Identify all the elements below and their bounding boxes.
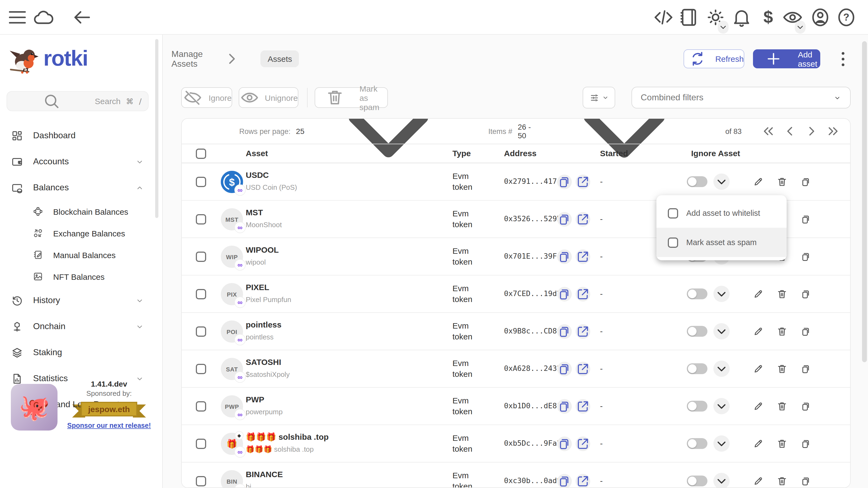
sidebar-item-manual-balances[interactable]: Manual Balances: [0, 244, 163, 266]
row-chevron-button[interactable]: [713, 323, 730, 339]
copy-address-button[interactable]: [557, 174, 572, 189]
account-icon[interactable]: [809, 6, 831, 28]
sidebar-item-onchain[interactable]: Onchain: [0, 314, 163, 339]
select-all-checkbox[interactable]: [196, 149, 206, 159]
row-checkbox[interactable]: [196, 214, 206, 225]
privacy-eye-icon[interactable]: [782, 6, 803, 28]
copy-asset-button[interactable]: [800, 214, 812, 225]
open-explorer-button[interactable]: [576, 324, 590, 339]
copy-address-button[interactable]: [557, 287, 572, 301]
mark-as-spam-option[interactable]: Mark asset as spam: [656, 228, 786, 257]
ignore-toggle[interactable]: [687, 401, 707, 412]
whitelist-checkbox[interactable]: [668, 208, 678, 218]
row-checkbox[interactable]: [196, 364, 206, 374]
breadcrumb-manage-assets[interactable]: Manage Assets: [172, 49, 203, 69]
journal-icon[interactable]: [678, 6, 700, 28]
theme-sun-icon[interactable]: [705, 6, 726, 28]
copy-address-button[interactable]: [557, 436, 572, 451]
copy-address-button[interactable]: [557, 212, 572, 227]
refresh-button[interactable]: Refresh: [684, 50, 744, 68]
next-page-button[interactable]: [803, 123, 820, 139]
row-checkbox[interactable]: [196, 401, 206, 412]
open-explorer-button[interactable]: [576, 287, 590, 301]
add-to-whitelist-option[interactable]: Add asset to whitelist: [656, 198, 786, 228]
ignore-toggle[interactable]: [687, 289, 707, 299]
row-checkbox[interactable]: [196, 326, 206, 337]
main-scrollbar[interactable]: [862, 41, 867, 362]
sidebar-item-staking[interactable]: Staking: [0, 339, 163, 365]
copy-address-button[interactable]: [557, 474, 572, 488]
spam-checkbox[interactable]: [668, 237, 678, 248]
copy-address-button[interactable]: [557, 324, 572, 339]
ignore-toggle[interactable]: [687, 438, 707, 449]
open-explorer-button[interactable]: [576, 436, 590, 451]
open-explorer-button[interactable]: [576, 399, 590, 414]
edit-asset-button[interactable]: [752, 363, 764, 375]
sidebar-item-balances[interactable]: Balances: [0, 174, 163, 201]
delete-asset-button[interactable]: [776, 326, 788, 337]
sponsor-link[interactable]: Sponsor our next release!: [67, 422, 151, 429]
row-checkbox[interactable]: [196, 438, 206, 449]
open-explorer-button[interactable]: [576, 474, 590, 488]
row-checkbox[interactable]: [196, 177, 206, 187]
edit-asset-button[interactable]: [752, 401, 764, 412]
ignore-toggle[interactable]: [687, 363, 707, 374]
notifications-bell-icon[interactable]: [731, 6, 752, 28]
sidebar-item-nft-balances[interactable]: NFT Balances: [0, 266, 163, 287]
sidebar-item-accounts[interactable]: Accounts: [0, 149, 163, 174]
copy-asset-button[interactable]: [800, 476, 812, 487]
combined-filters-select[interactable]: Combined filters: [631, 87, 850, 108]
cloud-sync-icon[interactable]: [33, 6, 54, 28]
edit-asset-button[interactable]: [752, 438, 764, 450]
rotki-logo[interactable]: rotki: [8, 42, 88, 74]
copy-asset-button[interactable]: [800, 326, 812, 337]
edit-asset-button[interactable]: [752, 476, 764, 487]
copy-asset-button[interactable]: [800, 251, 812, 262]
sidebar-item-blockchain-balances[interactable]: Blockchain Balances: [0, 201, 163, 222]
ignore-toggle[interactable]: [687, 326, 707, 337]
delete-asset-button[interactable]: [776, 438, 788, 450]
column-settings-button[interactable]: [583, 87, 615, 108]
delete-asset-button[interactable]: [776, 176, 788, 188]
menu-icon[interactable]: [6, 6, 28, 28]
copy-address-button[interactable]: [557, 362, 572, 376]
row-chevron-button[interactable]: [713, 286, 730, 302]
copy-asset-button[interactable]: [800, 401, 812, 412]
last-page-button[interactable]: [825, 123, 841, 139]
row-chevron-button[interactable]: [713, 173, 730, 190]
privacy-chevron-down-icon[interactable]: [795, 21, 806, 34]
row-chevron-button[interactable]: [713, 361, 730, 377]
open-explorer-button[interactable]: [576, 250, 590, 264]
add-asset-button[interactable]: Add asset: [753, 50, 820, 68]
ignore-toggle[interactable]: [687, 176, 707, 187]
sidebar-item-exchange-balances[interactable]: Exchange Balances: [0, 222, 163, 244]
sidebar-item-history[interactable]: History: [0, 287, 163, 314]
row-chevron-button[interactable]: [713, 435, 730, 452]
ignore-toggle[interactable]: [687, 476, 707, 486]
sidebar-item-dashboard[interactable]: Dashboard: [0, 123, 163, 149]
row-chevron-button[interactable]: [713, 398, 730, 414]
mark-as-spam-button[interactable]: Mark as spam: [315, 87, 388, 108]
delete-asset-button[interactable]: [776, 289, 788, 300]
currency-dollar-icon[interactable]: $: [757, 6, 779, 28]
open-explorer-button[interactable]: [576, 212, 590, 227]
edit-asset-button[interactable]: [752, 176, 764, 188]
edit-asset-button[interactable]: [752, 326, 764, 337]
delete-asset-button[interactable]: [776, 476, 788, 487]
prev-page-button[interactable]: [782, 123, 798, 139]
row-checkbox[interactable]: [196, 289, 206, 299]
delete-asset-button[interactable]: [776, 401, 788, 412]
copy-asset-button[interactable]: [800, 289, 812, 300]
row-checkbox[interactable]: [196, 476, 206, 486]
open-explorer-button[interactable]: [576, 174, 590, 189]
row-chevron-button[interactable]: [713, 473, 730, 488]
help-icon[interactable]: ?: [835, 6, 857, 28]
copy-asset-button[interactable]: [800, 438, 812, 450]
copy-asset-button[interactable]: [800, 363, 812, 375]
theme-chevron-down-icon[interactable]: [718, 21, 728, 34]
edit-asset-button[interactable]: [752, 289, 764, 300]
copy-address-button[interactable]: [557, 250, 572, 264]
unignore-button[interactable]: Unignore: [239, 87, 299, 108]
copy-address-button[interactable]: [557, 399, 572, 414]
delete-asset-button[interactable]: [776, 363, 788, 375]
